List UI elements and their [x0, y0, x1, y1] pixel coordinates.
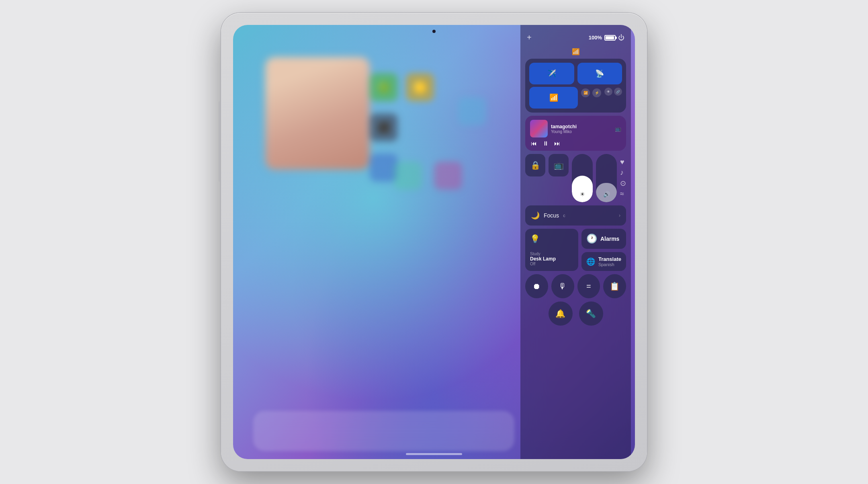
app-icon-blurred: 🟢	[370, 73, 398, 101]
connectivity-group: ✈️ 📡 📶 📶 ⚡	[525, 59, 626, 113]
desk-lamp-button[interactable]: 💡 Study Desk Lamp Off	[525, 229, 578, 271]
app-icon-blurred	[434, 162, 462, 190]
ipad-device: 🟢 🟡 ⬛ + 100% ⏻	[221, 13, 647, 471]
screen-mirror-button[interactable]: 📺	[549, 154, 569, 176]
side-icons: ♥ ♪ ⊙ ≈	[620, 154, 626, 202]
focus-moon-icon: 🌙	[531, 211, 540, 220]
airplane-mode-button[interactable]: ✈️	[529, 63, 574, 84]
wifi-waves-icon[interactable]: ≈	[620, 190, 626, 198]
torch-button[interactable]: 🔦	[579, 301, 603, 326]
wifi-button[interactable]: 📶	[529, 87, 578, 109]
lock-rotation-icon: 🔒	[530, 160, 540, 170]
airplay-icon[interactable]: 📺	[615, 126, 621, 132]
translate-subtitle: Spanish	[598, 262, 621, 267]
photo-widget	[265, 57, 370, 170]
desk-lamp-name: Desk Lamp	[530, 256, 573, 262]
translate-icon: 🌐	[586, 257, 595, 266]
notes-button[interactable]: 📋	[603, 274, 626, 298]
alarms-label: Alarms	[600, 236, 619, 242]
notes-icon: 📋	[610, 281, 620, 291]
focus-label: Focus	[544, 212, 559, 219]
desk-lamp-icon: 💡	[530, 234, 573, 244]
focus-mode-label: c	[563, 213, 565, 218]
dock	[253, 411, 514, 451]
calculator-icon: =	[586, 282, 591, 291]
translate-button[interactable]: 🌐 Translate Spanish	[581, 252, 626, 271]
battery-percent: 100%	[589, 35, 602, 41]
volume-slider[interactable]: 🔊	[596, 154, 617, 202]
screen-mirror-icon: 📺	[554, 160, 564, 170]
track-info: tamagotchi Young Miko	[551, 124, 612, 134]
alarms-icon: 🕐	[586, 234, 597, 244]
desk-lamp-room: Study	[530, 252, 573, 256]
podcast-button[interactable]: 📡	[577, 63, 622, 84]
alarms-translate-column: 🕐 Alarms 🌐 Translate Spanish	[581, 229, 626, 271]
cellular-icon[interactable]: 📶	[581, 88, 590, 97]
playback-controls: ⏮ ⏸ ⏭	[530, 140, 621, 147]
voice-memo-button[interactable]: 🎙	[551, 274, 574, 298]
music-note-icon[interactable]: ♪	[620, 168, 626, 177]
cc-extra-icons: 📶 ⚡	[581, 87, 601, 109]
bell-icon: 🔔	[555, 309, 565, 318]
bell-button[interactable]: 🔔	[549, 301, 573, 326]
app-icon-blurred: 🟡	[406, 73, 434, 101]
focus-chevron-icon: ›	[619, 213, 620, 218]
brightness-icon: ☀	[580, 191, 585, 197]
hotspot-icon[interactable]: 🔗	[614, 88, 622, 96]
lock-rotation-button[interactable]: 🔒	[525, 154, 545, 176]
home-alarms-row: 💡 Study Desk Lamp Off 🕐 Alarms 🌐 Transla…	[525, 229, 626, 271]
control-center: + 100% ⏻ 📶 ✈️	[520, 25, 631, 459]
record-icon: ⏺	[532, 282, 540, 291]
home-indicator[interactable]	[406, 453, 462, 455]
camera-icon[interactable]: ⊙	[620, 179, 626, 188]
torch-icon: 🔦	[586, 309, 596, 318]
brightness-fill	[572, 176, 593, 202]
app-icon-blurred: ⬛	[370, 113, 398, 142]
now-playing-top: tamagotchi Young Miko 📺	[530, 120, 621, 137]
bluetooth-icon[interactable]: ⚡	[592, 88, 601, 97]
calculator-button[interactable]: =	[577, 274, 600, 298]
desktop-area: 🟢 🟡 ⬛	[233, 25, 522, 411]
ipad-screen: 🟢 🟡 ⬛ + 100% ⏻	[233, 25, 635, 459]
desk-lamp-status: Off	[530, 262, 573, 266]
play-pause-button[interactable]: ⏸	[542, 140, 549, 147]
track-title: tamagotchi	[551, 124, 612, 129]
airplane-icon: ✈️	[547, 69, 556, 78]
cc-plus-button[interactable]: +	[527, 33, 532, 42]
translate-title: Translate	[598, 256, 621, 262]
voice-memo-icon: 🎙	[559, 282, 567, 291]
translate-info: Translate Spanish	[598, 256, 621, 267]
battery-row: 100% ⏻	[589, 34, 624, 41]
now-playing-tile[interactable]: tamagotchi Young Miko 📺 ⏮ ⏸ ⏭	[525, 116, 626, 151]
app-icon-blurred	[458, 97, 486, 125]
volume-icon: 🔊	[603, 191, 610, 197]
bottom-icon-row: ⏺ 🎙 = 📋	[525, 274, 626, 298]
power-icon[interactable]: ⏻	[618, 34, 624, 41]
lock-mirror-row: 🔒 📺 ☀ 🔊 ♥	[525, 154, 626, 202]
track-artist: Young Miko	[551, 129, 612, 134]
fast-forward-button[interactable]: ⏭	[554, 140, 560, 147]
brightness-slider[interactable]: ☀	[572, 154, 593, 202]
rewind-button[interactable]: ⏮	[531, 140, 537, 147]
screen-record-button[interactable]: ⏺	[525, 274, 548, 298]
sliders-area: ☀ 🔊	[572, 154, 617, 202]
alarms-button[interactable]: 🕐 Alarms	[581, 229, 626, 249]
battery-icon	[604, 35, 616, 41]
wifi-icon: 📶	[549, 93, 558, 102]
connectivity-bottom-row: 📶 📶 ⚡ 👁	[529, 87, 622, 109]
focus-button[interactable]: 🌙 Focus c ›	[525, 205, 626, 226]
antenna-icon: 📡	[595, 69, 604, 78]
connectivity-top-row: ✈️ 📡	[529, 63, 622, 84]
battery-fill	[606, 36, 614, 39]
airdrop-icon[interactable]: 👁	[604, 88, 612, 96]
cc-top-bar: + 100% ⏻	[525, 30, 626, 46]
bell-torch-row: 🔔 🔦	[525, 301, 626, 326]
wifi-status-icon: 📶	[572, 48, 580, 55]
app-icon-blurred	[394, 162, 422, 190]
album-art	[530, 120, 548, 137]
wifi-status-row: 📶	[525, 46, 626, 59]
heart-icon[interactable]: ♥	[620, 158, 626, 166]
